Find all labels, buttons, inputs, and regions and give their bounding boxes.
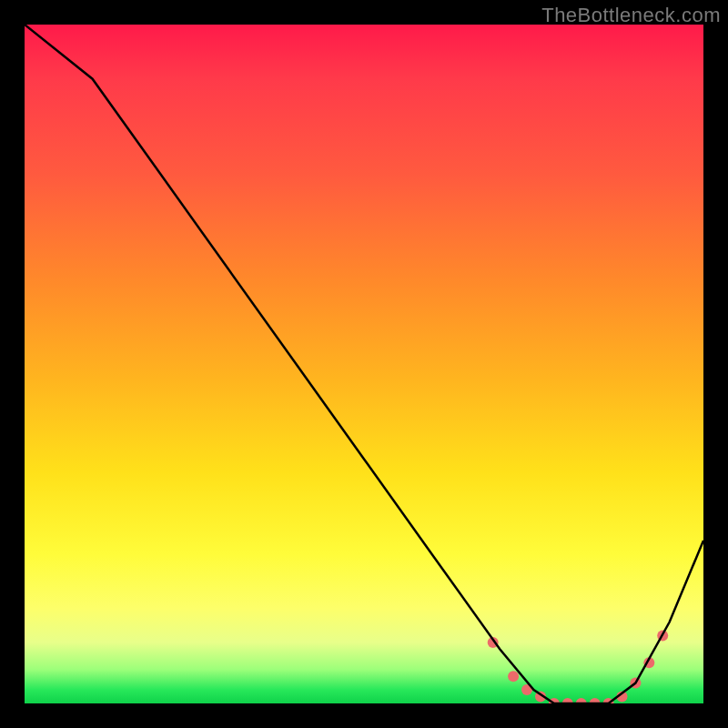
chart-container: TheBottleneck.com (0, 0, 728, 728)
plot-area (25, 25, 703, 703)
bottleneck-curve (25, 25, 703, 703)
marker-dot (508, 671, 519, 682)
curve-layer (25, 25, 703, 703)
watermark-text: TheBottleneck.com (541, 4, 721, 27)
